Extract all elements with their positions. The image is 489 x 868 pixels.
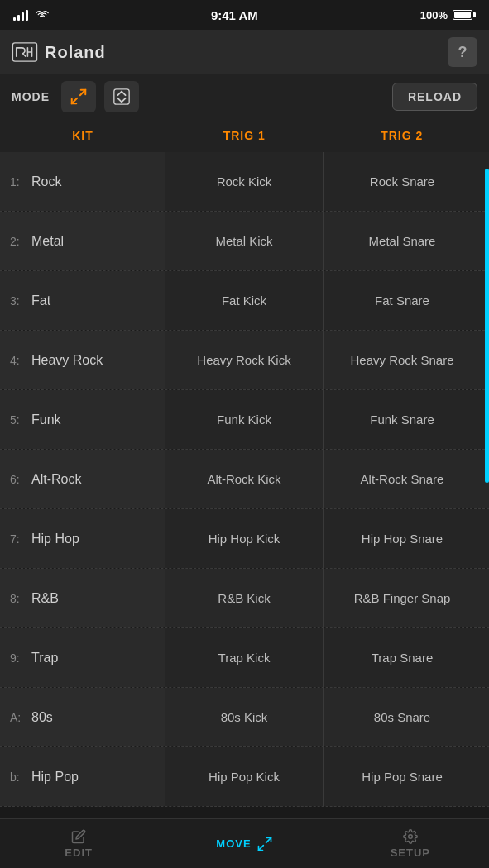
col-header-trig1: TRIG 1 (165, 129, 324, 142)
bottom-nav: EDIT MOVE SETUP (0, 818, 489, 868)
setup-icon (403, 829, 418, 844)
table-row[interactable]: 6: Alt-Rock Alt-Rock Kick Alt-Rock Snare (0, 450, 489, 509)
table-row[interactable]: 2: Metal Metal Kick Metal Snare (0, 212, 489, 271)
status-right: 100% (420, 9, 476, 21)
table-row[interactable]: 8: R&B R&B Kick R&B Finger Snap (0, 569, 489, 628)
signal-icon (13, 9, 28, 21)
cell-kit: 2: Metal (0, 212, 165, 270)
status-time: 9:41 AM (211, 8, 258, 22)
cell-trig2: Hip Pop Snare (324, 747, 489, 806)
table-row[interactable]: 1: Rock Rock Kick Rock Snare (0, 152, 489, 212)
cell-trig2: Funk Snare (324, 390, 489, 449)
cell-trig1: Hip Hop Kick (165, 509, 324, 568)
table-row[interactable]: 4: Heavy Rock Heavy Rock Kick Heavy Rock… (0, 331, 489, 390)
nav-setup-label: SETUP (391, 847, 430, 859)
cell-kit: 8: R&B (0, 569, 165, 627)
cell-trig2: R&B Finger Snap (324, 569, 489, 627)
cell-trig1: Hip Pop Kick (165, 747, 324, 806)
swap-button[interactable] (104, 81, 139, 112)
kit-name: Alt-Rock (31, 472, 81, 487)
cell-kit: 5: Funk (0, 390, 165, 449)
kit-name: Hip Pop (31, 770, 79, 785)
scroll-indicator[interactable] (485, 169, 489, 483)
svg-point-6 (409, 834, 413, 838)
row-number: 9: (10, 651, 26, 665)
kit-name: 80s (31, 710, 53, 725)
edit-icon (71, 829, 86, 844)
cell-trig1: R&B Kick (165, 569, 324, 627)
app-header: Roland ? (0, 30, 489, 74)
status-left (13, 9, 49, 21)
table-row[interactable]: A: 80s 80s Kick 80s Snare (0, 688, 489, 747)
row-number: 7: (10, 532, 26, 546)
status-bar: 9:41 AM 100% (0, 0, 489, 30)
nav-move[interactable]: MOVE (194, 836, 294, 852)
row-number: 8: (10, 592, 26, 605)
battery-icon (453, 10, 476, 20)
nav-move-label: MOVE (216, 837, 251, 850)
cell-kit: 6: Alt-Rock (0, 450, 165, 508)
cell-trig1: Metal Kick (165, 212, 324, 270)
kit-name: Funk (31, 413, 61, 427)
column-headers: KIT TRIG 1 TRIG 2 (0, 119, 489, 152)
cell-kit: A: 80s (0, 688, 165, 746)
cell-kit: 3: Fat (0, 271, 165, 330)
cell-trig1: Rock Kick (165, 152, 324, 211)
table-row[interactable]: b: Hip Pop Hip Pop Kick Hip Pop Snare (0, 747, 489, 807)
svg-line-5 (258, 845, 263, 850)
roland-logo-icon (12, 42, 38, 62)
col-header-trig2: TRIG 2 (324, 129, 490, 142)
nav-setup[interactable]: SETUP (369, 829, 452, 859)
move-expand-icon (256, 836, 273, 852)
cell-trig2: Hip Hop Snare (324, 509, 489, 568)
cell-trig2: Fat Snare (324, 271, 489, 330)
nav-edit[interactable]: EDIT (37, 829, 120, 859)
row-number: b: (10, 770, 26, 784)
svg-line-4 (266, 837, 271, 842)
row-number: 3: (10, 294, 26, 308)
cell-trig1: Trap Kick (165, 628, 324, 687)
kit-name: Heavy Rock (31, 353, 103, 368)
cell-kit: 1: Rock (0, 152, 165, 211)
kit-name: Rock (31, 174, 61, 189)
row-number: 5: (10, 413, 26, 427)
wifi-icon (36, 10, 49, 20)
row-number: 2: (10, 235, 26, 248)
cell-trig2: Alt-Rock Snare (324, 450, 489, 508)
row-number: 4: (10, 354, 26, 367)
cell-trig1: 80s Kick (165, 688, 324, 746)
kit-name: Hip Hop (31, 532, 79, 546)
reload-button[interactable]: RELOAD (392, 83, 477, 111)
row-number: A: (10, 711, 26, 724)
row-number: 6: (10, 473, 26, 486)
kit-name: Fat (31, 293, 50, 308)
col-header-kit: KIT (0, 129, 165, 142)
mode-label: MODE (12, 90, 50, 103)
table-row[interactable]: 7: Hip Hop Hip Hop Kick Hip Hop Snare (0, 509, 489, 569)
expand-button[interactable] (61, 81, 96, 112)
cell-trig1: Funk Kick (165, 390, 324, 449)
cell-trig2: Heavy Rock Snare (324, 331, 489, 389)
cell-trig2: 80s Snare (324, 688, 489, 746)
table-row[interactable]: 9: Trap Trap Kick Trap Snare (0, 628, 489, 688)
cell-trig1: Heavy Rock Kick (165, 331, 324, 389)
cell-kit: b: Hip Pop (0, 747, 165, 806)
table-row[interactable]: 5: Funk Funk Kick Funk Snare (0, 390, 489, 450)
roland-text: Roland (45, 43, 106, 62)
cell-kit: 7: Hip Hop (0, 509, 165, 568)
kit-name: R&B (31, 591, 59, 606)
kit-name: Trap (31, 651, 58, 665)
cell-trig2: Metal Snare (324, 212, 489, 270)
table-row[interactable]: 3: Fat Fat Kick Fat Snare (0, 271, 489, 331)
battery-percent: 100% (420, 9, 448, 21)
cell-trig2: Rock Snare (324, 152, 489, 211)
roland-logo: Roland (12, 42, 106, 62)
cell-kit: 4: Heavy Rock (0, 331, 165, 389)
cell-trig1: Fat Kick (165, 271, 324, 330)
kit-name: Metal (31, 234, 64, 249)
cell-trig2: Trap Snare (324, 628, 489, 687)
nav-edit-label: EDIT (65, 847, 93, 859)
cell-trig1: Alt-Rock Kick (165, 450, 324, 508)
help-button[interactable]: ? (448, 37, 477, 67)
kit-table: 1: Rock Rock Kick Rock Snare 2: Metal Me… (0, 152, 489, 818)
